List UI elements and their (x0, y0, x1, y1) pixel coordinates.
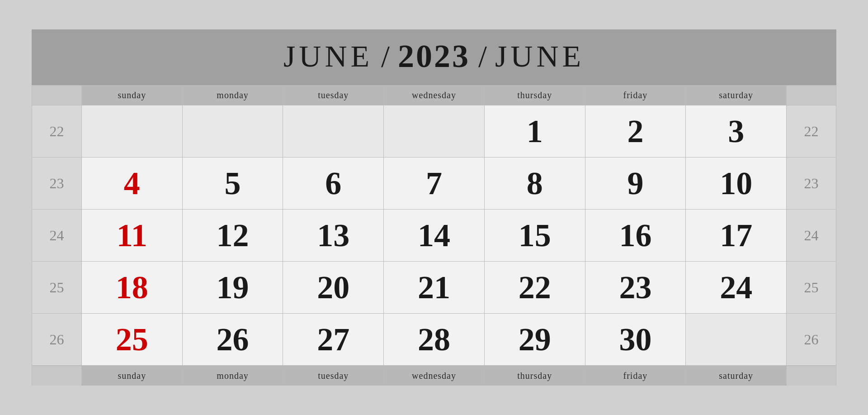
day-7: 7 (384, 157, 485, 210)
day-20: 20 (283, 262, 384, 314)
day-29: 29 (485, 314, 585, 366)
week-num-25-right: 25 (787, 262, 836, 314)
day-6: 6 (283, 157, 384, 210)
day-28: 28 (384, 314, 485, 366)
header-thursday: thursday (485, 85, 585, 105)
week-num-24: 24 (32, 210, 82, 262)
header-sunday: sunday (82, 85, 183, 105)
day-12: 12 (183, 210, 283, 262)
corner-bl (32, 366, 82, 386)
day-24: 24 (686, 262, 787, 314)
day-1: 1 (485, 105, 585, 157)
day-18: 18 (82, 262, 183, 314)
month-right: JUNE (495, 38, 585, 74)
day-2: 2 (585, 105, 686, 157)
footer-wednesday: wednesday (384, 366, 485, 386)
week-num-25: 25 (32, 262, 82, 314)
day-5: 5 (183, 157, 283, 210)
header-friday: friday (585, 85, 686, 105)
calendar-header: JUNE / 2023 / JUNE (32, 29, 836, 85)
day-8: 8 (485, 157, 585, 210)
day-cell-empty (384, 105, 485, 157)
week-num-22-right: 22 (787, 105, 836, 157)
week-num-23-right: 23 (787, 157, 836, 210)
corner-br (787, 366, 836, 386)
calendar-grid: sunday monday tuesday wednesday thursday… (32, 85, 836, 386)
day-cell-empty (283, 105, 384, 157)
week-num-24-right: 24 (787, 210, 836, 262)
day-17: 17 (686, 210, 787, 262)
day-15: 15 (485, 210, 585, 262)
month-left: JUNE (283, 38, 373, 74)
day-25: 25 (82, 314, 183, 366)
day-22: 22 (485, 262, 585, 314)
header-tuesday: tuesday (283, 85, 384, 105)
week-num-26-right: 26 (787, 314, 836, 366)
header-monday: monday (183, 85, 283, 105)
day-30: 30 (585, 314, 686, 366)
week-num-22: 22 (32, 105, 82, 157)
footer-saturday: saturday (686, 366, 787, 386)
corner-tl (32, 85, 82, 105)
day-23: 23 (585, 262, 686, 314)
day-9: 9 (585, 157, 686, 210)
week-num-23: 23 (32, 157, 82, 210)
day-21: 21 (384, 262, 485, 314)
sep1: / (381, 38, 390, 74)
day-cell-empty-end (686, 314, 787, 366)
footer-sunday: sunday (82, 366, 183, 386)
sep2: / (478, 38, 487, 74)
footer-friday: friday (585, 366, 686, 386)
day-13: 13 (283, 210, 384, 262)
day-27: 27 (283, 314, 384, 366)
day-19: 19 (183, 262, 283, 314)
day-16: 16 (585, 210, 686, 262)
footer-tuesday: tuesday (283, 366, 384, 386)
year: 2023 (398, 38, 470, 75)
day-14: 14 (384, 210, 485, 262)
day-cell-empty (82, 105, 183, 157)
week-num-26: 26 (32, 314, 82, 366)
header-saturday: saturday (686, 85, 787, 105)
footer-thursday: thursday (485, 366, 585, 386)
day-10: 10 (686, 157, 787, 210)
day-4: 4 (82, 157, 183, 210)
day-3: 3 (686, 105, 787, 157)
day-26: 26 (183, 314, 283, 366)
corner-tr (787, 85, 836, 105)
day-cell-empty (183, 105, 283, 157)
header-wednesday: wednesday (384, 85, 485, 105)
day-11: 11 (82, 210, 183, 262)
calendar: JUNE / 2023 / JUNE sunday monday tuesday… (32, 29, 836, 386)
footer-monday: monday (183, 366, 283, 386)
